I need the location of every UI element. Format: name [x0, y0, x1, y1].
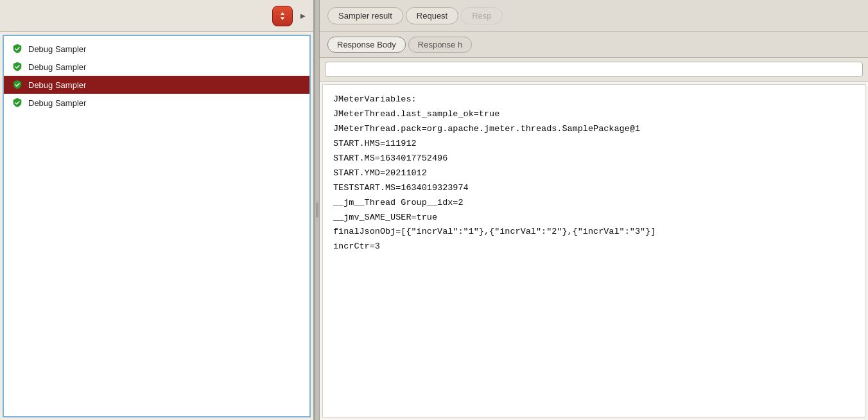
shield-icon — [12, 61, 23, 73]
tree-item[interactable]: Debug Sampler — [4, 58, 309, 76]
shield-icon — [12, 97, 23, 109]
left-header: ▶ — [0, 0, 313, 32]
tabs-second: Response BodyResponse h — [320, 32, 868, 58]
tree-item[interactable]: Debug Sampler — [4, 76, 309, 94]
tree-item[interactable]: Debug Sampler — [4, 94, 309, 112]
right-panel: Sampler resultRequestResp Response BodyR… — [320, 0, 868, 420]
tabs-top: Sampler resultRequestResp — [320, 0, 868, 32]
tab-response: Resp — [461, 7, 502, 24]
search-input[interactable] — [325, 62, 863, 77]
tree-item-label: Debug Sampler — [28, 62, 86, 72]
tree-item-label: Debug Sampler — [28, 44, 86, 54]
shield-icon — [12, 79, 23, 91]
tab-response-body[interactable]: Response Body — [327, 37, 406, 53]
tree-item-label: Debug Sampler — [28, 80, 86, 90]
tree-item[interactable]: Debug Sampler — [4, 40, 309, 58]
resize-dot-indicator — [316, 202, 318, 218]
main-layout: ▶ Debug Sampler Debug Sampler Debug Samp… — [0, 0, 868, 420]
tab-request[interactable]: Request — [406, 7, 458, 24]
sort-button[interactable] — [272, 6, 293, 26]
collapse-arrow[interactable]: ▶ — [298, 6, 308, 26]
left-panel: ▶ Debug Sampler Debug Sampler Debug Samp… — [0, 0, 315, 420]
resize-handle[interactable] — [315, 0, 320, 420]
search-bar — [320, 58, 868, 82]
shield-icon — [12, 43, 23, 55]
tab-sampler-result[interactable]: Sampler result — [327, 7, 403, 24]
tree-item-label: Debug Sampler — [28, 98, 86, 108]
tree-list: Debug Sampler Debug Sampler Debug Sample… — [3, 35, 311, 417]
tab-response-headers[interactable]: Response h — [408, 37, 472, 53]
content-area: JMeterVariables: JMeterThread.last_sampl… — [320, 58, 868, 420]
content-body: JMeterVariables: JMeterThread.last_sampl… — [322, 84, 865, 417]
